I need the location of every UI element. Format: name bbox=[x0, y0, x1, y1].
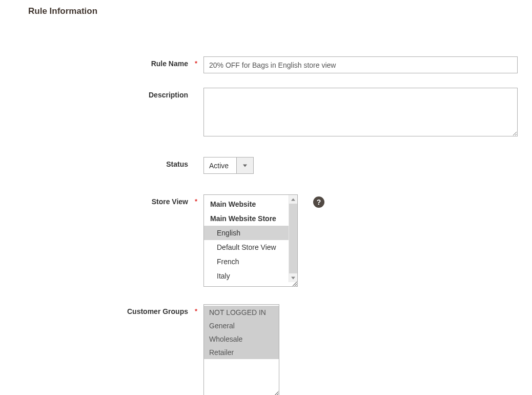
customer-groups-option[interactable]: NOT LOGGED IN bbox=[204, 306, 279, 319]
field-row-status: Status Active bbox=[0, 157, 532, 174]
required-marker: * bbox=[195, 60, 197, 67]
store-view-option[interactable]: French bbox=[204, 254, 289, 269]
scroll-up-button[interactable] bbox=[289, 195, 297, 204]
svg-line-3 bbox=[292, 281, 297, 286]
store-view-option[interactable]: English bbox=[204, 226, 289, 240]
chevron-up-icon bbox=[291, 198, 295, 202]
scroll-track[interactable] bbox=[289, 204, 297, 273]
store-view-option[interactable]: Italy bbox=[204, 269, 289, 283]
resize-handle-icon[interactable] bbox=[291, 280, 297, 286]
svg-line-6 bbox=[274, 391, 279, 395]
customer-groups-label: Customer Groups * bbox=[0, 304, 203, 315]
customer-groups-option[interactable]: Retailer bbox=[204, 346, 279, 359]
svg-marker-2 bbox=[291, 276, 295, 279]
section-title: Rule Information bbox=[0, 0, 532, 16]
svg-line-7 bbox=[276, 393, 279, 395]
store-view-option[interactable]: Main Website bbox=[204, 197, 289, 211]
status-dropdown-button[interactable] bbox=[237, 157, 254, 174]
chevron-down-icon bbox=[243, 164, 247, 168]
store-view-multiselect[interactable]: Main Website Main Website Store English … bbox=[203, 194, 298, 287]
rule-name-label: Rule Name * bbox=[0, 56, 203, 68]
status-select[interactable]: Active bbox=[203, 157, 254, 174]
required-marker: * bbox=[195, 307, 197, 315]
chevron-down-icon bbox=[291, 276, 295, 280]
field-row-customer-groups: Customer Groups * NOT LOGGED IN General … bbox=[0, 304, 532, 395]
svg-line-4 bbox=[294, 283, 297, 286]
help-icon[interactable]: ? bbox=[313, 196, 324, 208]
store-view-option[interactable]: Default Store View bbox=[204, 240, 289, 254]
scrollbar[interactable] bbox=[289, 195, 297, 282]
resize-handle-icon[interactable] bbox=[273, 390, 279, 395]
store-view-label: Store View * bbox=[0, 194, 203, 206]
store-view-option[interactable]: Main Website Store bbox=[204, 211, 289, 226]
status-value: Active bbox=[203, 157, 237, 174]
required-marker: * bbox=[195, 198, 197, 205]
rule-name-input[interactable] bbox=[203, 56, 518, 73]
svg-marker-0 bbox=[243, 164, 247, 167]
field-row-store-view: Store View * Main Website Main Website S… bbox=[0, 194, 532, 287]
field-row-rule-name: Rule Name * bbox=[0, 56, 532, 73]
customer-groups-multiselect[interactable]: NOT LOGGED IN General Wholesale Retailer bbox=[203, 304, 279, 395]
svg-marker-1 bbox=[291, 198, 295, 201]
customer-groups-option[interactable]: General bbox=[204, 319, 279, 332]
status-label: Status bbox=[0, 157, 203, 168]
description-textarea[interactable] bbox=[203, 88, 518, 136]
scroll-down-button[interactable] bbox=[289, 273, 297, 282]
field-row-description: Description bbox=[0, 88, 532, 136]
description-label: Description bbox=[0, 88, 203, 99]
customer-groups-option[interactable]: Wholesale bbox=[204, 332, 279, 346]
svg-line-5 bbox=[296, 285, 297, 286]
